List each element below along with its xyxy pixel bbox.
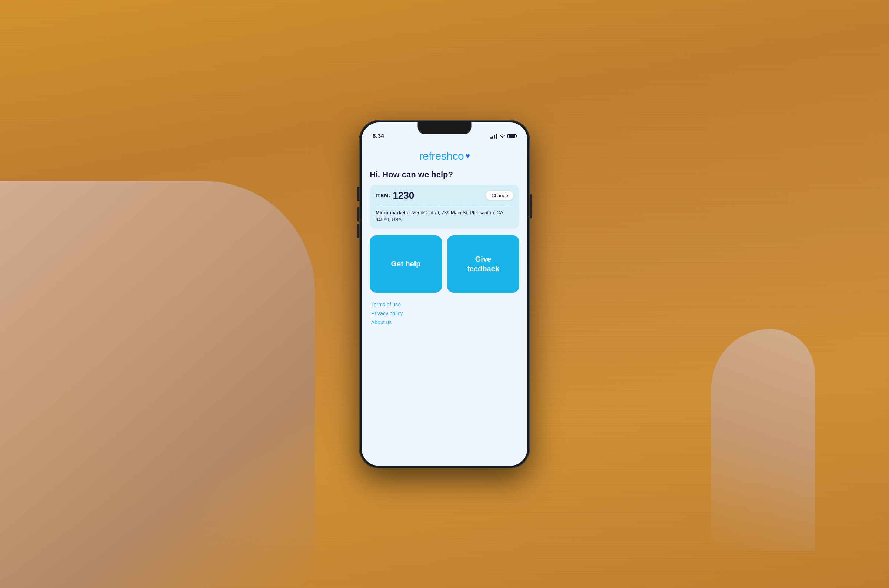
about-us-link[interactable]: About us [371,320,519,325]
privacy-policy-link[interactable]: Privacy policy [371,310,519,316]
item-label-group: ITEM: 1230 [376,190,414,201]
give-feedback-button[interactable]: Givefeedback [447,236,519,293]
action-buttons-row: Get help Givefeedback [370,236,519,293]
logo-text: refreshco [419,150,464,162]
terms-of-use-link[interactable]: Terms of use [371,302,519,308]
get-help-button[interactable]: Get help [370,236,442,293]
item-location: Micro market at VendCentral, 739 Main St… [376,209,513,224]
status-icons [490,134,516,139]
wifi-icon [499,134,505,138]
phone-device: 8:34 [359,120,530,468]
location-type: Micro market [376,210,406,215]
item-divider [376,205,513,206]
signal-icon [490,134,497,139]
status-time: 8:34 [373,132,384,139]
app-content: refreshco♥ Hi. How can we help? ITEM: 12… [361,141,528,466]
item-number: 1230 [393,190,414,201]
status-bar: 8:34 [361,123,528,141]
phone-screen: 8:34 [361,123,528,466]
logo-container: refreshco♥ [370,147,519,162]
change-button[interactable]: Change [486,191,513,200]
app-logo: refreshco♥ [419,150,470,162]
main-heading: Hi. How can we help? [370,170,519,180]
item-card: ITEM: 1230 Change Micro market at VendCe… [370,184,519,229]
phone-notch [418,123,472,134]
item-top-row: ITEM: 1230 Change [376,190,513,201]
battery-icon [507,134,516,138]
logo-heart-icon: ♥ [466,152,470,160]
item-label: ITEM: [376,193,390,198]
footer-links: Terms of use Privacy policy About us [370,302,519,325]
